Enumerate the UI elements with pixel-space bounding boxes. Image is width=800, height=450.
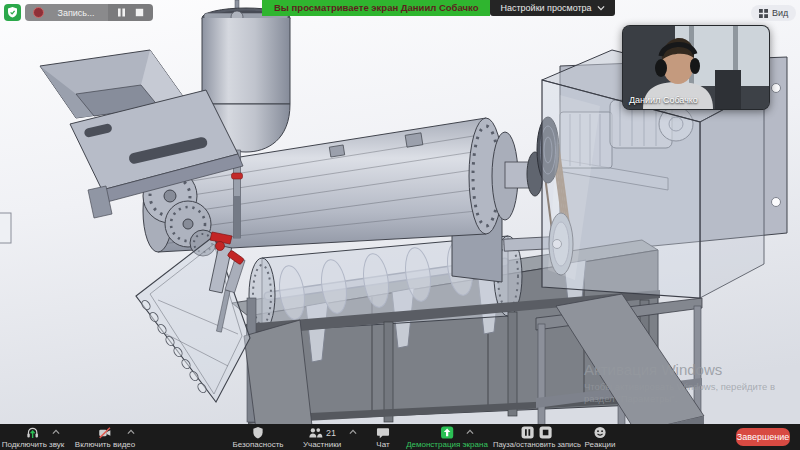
participants-icon [308,426,323,439]
video-options-chevron-icon[interactable] [127,429,135,435]
join-audio-label: Подключить звук [2,440,65,449]
audio-options-chevron-icon[interactable] [52,429,60,435]
reactions-label: Реакции [585,440,616,449]
start-video-label: Включить видео [75,440,135,449]
left-edge-part [0,213,11,243]
meeting-security-badge[interactable] [4,4,21,21]
share-screen-icon [440,426,454,439]
share-screen-button[interactable]: Демонстрация экрана [406,426,488,449]
record-dot-icon [33,7,44,18]
view-options-button[interactable]: Настройки просмотра [490,0,614,16]
end-meeting-label: Завершение [737,432,789,442]
recording-indicator: Запись... [25,4,153,21]
reactions-button[interactable]: Реакции [585,426,616,449]
headset-icon [26,426,40,439]
stop-icon [539,426,552,439]
recording-label: Запись... [44,8,108,18]
participants-chevron-icon[interactable] [349,429,357,435]
stop-recording-icon[interactable] [135,8,144,17]
grid-view-icon [759,9,768,18]
security-label: Безопасность [232,440,283,449]
chevron-down-icon [597,5,605,11]
smiley-icon [594,426,607,439]
chat-label: Чат [376,440,389,449]
end-meeting-button[interactable]: Завершение [736,428,790,446]
camera-off-icon [98,426,112,439]
chat-bubble-icon [376,426,390,439]
participants-button[interactable]: 21 Участники [303,426,341,449]
view-button-label: Вид [772,8,788,18]
screen-share-banner-row: Вы просматриваете экран Даниил Собачко Н… [262,0,615,16]
record-control-label: Пауза/остановить запись [493,440,581,449]
chat-button[interactable]: Чат [376,426,390,449]
participant-name-label: Даниил Собачко [629,95,698,105]
participants-count: 21 [326,428,336,438]
meeting-window: Запись... Вы просматриваете экран Даниил… [0,0,800,450]
shield-check-icon [4,4,21,21]
pause-stop-recording-button[interactable]: Пауза/остановить запись [493,426,581,449]
share-screen-label: Демонстрация экрана [406,440,488,449]
view-layout-button[interactable]: Вид [751,5,796,21]
participant-video-tile[interactable]: Даниил Собачко [622,25,770,110]
shield-icon [252,426,265,439]
participants-label: Участники [303,440,341,449]
view-options-label: Настройки просмотра [500,0,591,16]
share-options-chevron-icon[interactable] [466,429,474,435]
security-button[interactable]: Безопасность [232,426,283,449]
viewing-screen-banner: Вы просматриваете экран Даниил Собачко [262,0,490,16]
pause-recording-icon[interactable] [117,8,126,17]
red-fitting [232,173,243,179]
meeting-toolbar: Подключить звук Включить видео [0,424,800,450]
pause-icon [521,426,534,439]
